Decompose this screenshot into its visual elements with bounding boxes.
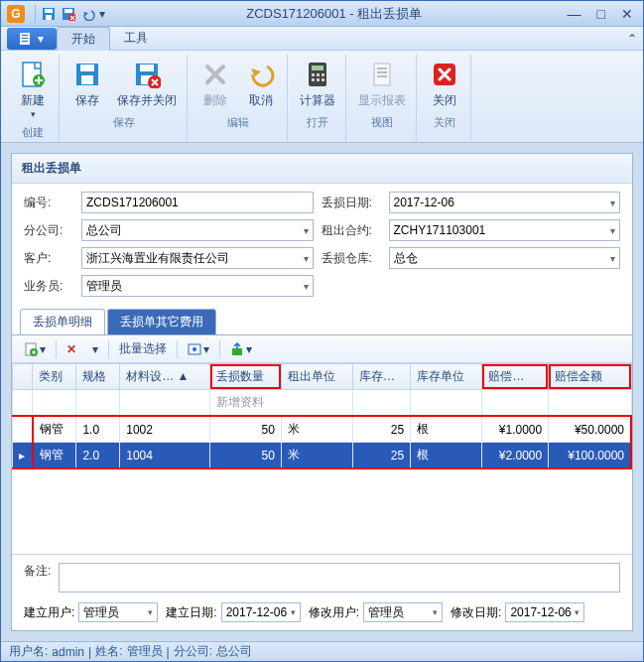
table-row[interactable]: ▸钢管2.0100450米25根¥2.0000¥100.0000 xyxy=(13,443,632,469)
svg-rect-30 xyxy=(377,75,387,77)
form-field-5[interactable]: 总仓▾ xyxy=(389,247,621,269)
row-selector-header[interactable] xyxy=(13,364,33,390)
audit-field-0[interactable]: 管理员▾ xyxy=(78,602,158,622)
saveclose-icon xyxy=(131,59,163,90)
form-label: 租出合约: xyxy=(322,222,381,239)
data-grid[interactable]: 类别规格材料设… ▲丢损数量租出单位库存…库存单位赔偿…赔偿金额新增资料钢管1.… xyxy=(12,363,632,469)
col-header[interactable]: 规格 xyxy=(76,364,120,390)
form-field-1[interactable]: 2017-12-06▾ xyxy=(389,192,621,213)
ribbon-group-label: 关闭 xyxy=(434,115,455,130)
svg-rect-16 xyxy=(140,65,154,71)
status-company: 总公司 xyxy=(216,643,252,660)
menu-row: ▾ 开始 工具 ⌃ xyxy=(1,27,643,51)
toolbar-delete-icon[interactable]: ✕ xyxy=(61,340,82,358)
ribbon-group-label: 保存 xyxy=(113,115,135,130)
form-field-3[interactable]: ZCHY171103001▾ xyxy=(389,219,621,241)
audit-field-2[interactable]: 管理员▾ xyxy=(363,602,443,622)
svg-rect-14 xyxy=(81,75,93,84)
ribbon-report-button: 显示报表 xyxy=(352,55,412,113)
svg-rect-23 xyxy=(322,73,324,76)
svg-rect-24 xyxy=(312,78,315,81)
window-title: ZCDS171206001 - 租出丢损单 xyxy=(105,5,564,23)
delete-icon xyxy=(199,59,231,90)
menu-tab-start[interactable]: 开始 xyxy=(57,27,110,51)
toolbar-preview-icon[interactable]: ▾ xyxy=(182,340,215,358)
ribbon-group-label: 创建 xyxy=(22,125,44,140)
col-header[interactable]: 赔偿… xyxy=(482,364,549,390)
col-header[interactable]: 租出单位 xyxy=(281,364,352,390)
ribbon-group-打开: 计算器打开 xyxy=(290,55,346,142)
remark-input[interactable] xyxy=(59,563,620,593)
ribbon-collapse-icon[interactable]: ⌃ xyxy=(627,32,637,46)
ribbon-cancel-button[interactable]: 取消 xyxy=(239,55,283,113)
ribbon-save-button[interactable]: 保存 xyxy=(65,55,109,113)
form-label: 分公司: xyxy=(24,222,73,239)
toolbar-export-icon[interactable]: ▾ xyxy=(224,340,258,358)
svg-rect-9 xyxy=(22,41,28,42)
form-field-6[interactable]: 管理员▾ xyxy=(81,275,314,297)
content-area: 租出丢损单 编号:ZCDS171206001丢损日期:2017-12-06▾分公… xyxy=(1,143,643,641)
grid-toolbar: ▾ ✕ ▾ 批量选择 ▾ ▾ xyxy=(12,335,632,363)
qat-saveclose-icon[interactable] xyxy=(60,5,77,23)
form-field-2[interactable]: 总公司▾ xyxy=(81,219,314,241)
status-company-label: 分公司: xyxy=(174,643,212,660)
svg-rect-29 xyxy=(377,71,387,73)
toolbar-new-icon[interactable]: ▾ xyxy=(18,340,52,358)
tab-other-fee[interactable]: 丢损单其它费用 xyxy=(107,309,216,334)
toolbar-dropdown-icon[interactable]: ▾ xyxy=(86,340,104,358)
minimize-button[interactable]: — xyxy=(564,6,585,22)
table-row[interactable]: 钢管1.0100250米25根¥1.0000¥50.0000 xyxy=(13,416,632,443)
ribbon-group-label: 打开 xyxy=(307,115,328,130)
svg-rect-20 xyxy=(312,66,323,70)
status-bar: 用户名: admin | 姓名: 管理员 | 分公司: 总公司 xyxy=(1,641,643,661)
close-window-button[interactable]: ✕ xyxy=(617,6,637,22)
qat-undo-icon[interactable] xyxy=(79,5,97,23)
toolbar-batch-select[interactable]: 批量选择 xyxy=(113,338,173,359)
form-panel: 租出丢损单 编号:ZCDS171206001丢损日期:2017-12-06▾分公… xyxy=(11,153,633,631)
svg-rect-7 xyxy=(22,35,28,36)
new-icon xyxy=(17,59,49,90)
form-field-4[interactable]: 浙江兴海置业有限责任公司▾ xyxy=(81,247,314,269)
grid-area: 类别规格材料设… ▲丢损数量租出单位库存…库存单位赔偿…赔偿金额新增资料钢管1.… xyxy=(12,363,632,554)
ribbon-saveclose-button[interactable]: 保存并关闭 xyxy=(111,55,183,113)
main-window: G ▾ ZCDS171206001 - 租出丢损单 — □ ✕ ▾ 开始 工具 … xyxy=(0,0,644,662)
svg-rect-13 xyxy=(80,65,94,71)
col-header[interactable]: 材料设… ▲ xyxy=(120,364,209,390)
col-header[interactable]: 丢损数量 xyxy=(209,364,281,390)
form-label: 编号: xyxy=(24,195,73,211)
form-field-0[interactable]: ZCDS171206001 xyxy=(81,192,314,213)
ribbon-group-label: 编辑 xyxy=(227,115,249,130)
detail-tabs: 丢损单明细 丢损单其它费用 xyxy=(12,309,632,335)
ribbon-delete-button: 删除 xyxy=(193,55,237,113)
app-menu-button[interactable]: ▾ xyxy=(7,28,57,50)
audit-field-3[interactable]: 2017-12-06▾ xyxy=(505,602,584,622)
ribbon-close-button[interactable]: 关闭 xyxy=(423,55,466,113)
audit-label: 建立用户: xyxy=(24,604,74,621)
ribbon-calc-button[interactable]: 计算器 xyxy=(294,55,341,113)
svg-rect-22 xyxy=(317,73,320,76)
ribbon-group-关闭: 关闭关闭 xyxy=(419,55,471,142)
bottom-area: 备注: 建立用户:管理员▾建立日期:2017-12-06▾修改用户:管理员▾修改… xyxy=(12,554,632,630)
ribbon-new-button[interactable]: 新建▾ xyxy=(11,55,55,123)
panel-title: 租出丢损单 xyxy=(12,154,632,184)
col-header[interactable]: 库存… xyxy=(353,364,411,390)
svg-rect-26 xyxy=(322,78,324,81)
col-header[interactable]: 库存单位 xyxy=(411,364,482,390)
status-user: admin xyxy=(52,645,84,659)
menu-tab-tools[interactable]: 工具 xyxy=(110,27,162,51)
qat-save-icon[interactable] xyxy=(40,5,58,23)
form-label: 客户: xyxy=(24,250,73,267)
svg-rect-25 xyxy=(317,78,320,81)
svg-rect-1 xyxy=(45,9,53,13)
audit-field-1[interactable]: 2017-12-06▾ xyxy=(221,602,301,622)
new-row[interactable]: 新增资料 xyxy=(13,390,632,417)
col-header[interactable]: 类别 xyxy=(33,364,76,390)
tab-detail[interactable]: 丢损单明细 xyxy=(20,309,105,334)
col-header[interactable]: 赔偿金额 xyxy=(549,364,631,390)
maximize-button[interactable]: □ xyxy=(593,6,609,22)
svg-rect-21 xyxy=(312,73,315,76)
status-name-label: 姓名: xyxy=(95,643,122,660)
ribbon-group-视图: 显示报表视图 xyxy=(348,55,417,142)
ribbon-group-保存: 保存保存并关闭保存 xyxy=(62,55,188,142)
svg-rect-27 xyxy=(374,64,390,85)
